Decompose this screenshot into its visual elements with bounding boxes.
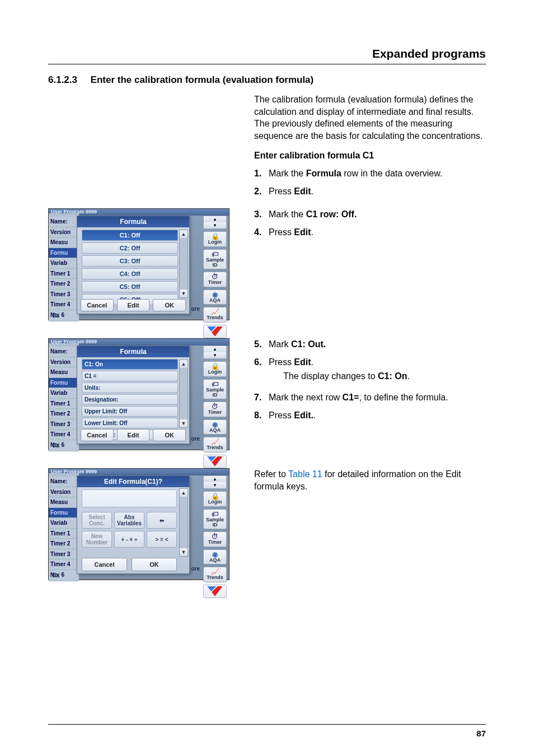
- screenshot-3: User Program 9999 Name: Version Measu Fo…: [48, 468, 229, 580]
- timer-button[interactable]: ⏱Timer: [203, 531, 227, 547]
- trends-button[interactable]: 📈Trends: [203, 437, 227, 452]
- scroll-down-icon[interactable]: ▼: [180, 548, 188, 556]
- formula-c1[interactable]: C1: Off: [82, 230, 178, 241]
- aqa-button[interactable]: ◉AQA: [203, 549, 227, 564]
- sample-id-button[interactable]: 🏷Sample ID: [203, 379, 227, 400]
- side-toolbar: ▲ ▼ 🔒Login 🏷Sample ID ⏱Timer ◉AQA 📈Trend…: [201, 475, 229, 574]
- popup-formula: Formula C1: Off C2: Off C3: Off C4: Off …: [77, 216, 190, 314]
- ok-button[interactable]: OK: [153, 429, 186, 441]
- operators-button[interactable]: + - × ÷: [114, 531, 144, 548]
- new-number-button[interactable]: New Number: [82, 531, 112, 548]
- steps-b: 3. Mark the C1 row: Off. 4. Press Edit.: [254, 208, 486, 238]
- table-11-link[interactable]: Table 11: [288, 469, 322, 479]
- footer-rule: [48, 724, 486, 725]
- formula-c2[interactable]: C2: Off: [82, 242, 178, 254]
- popup-title: Formula: [77, 216, 189, 227]
- popup-scrollbar[interactable]: ▲ ▼: [179, 488, 188, 557]
- bg-rows: Name: Version Measu Formu Variab Timer 1…: [49, 477, 79, 581]
- page-number: 87: [476, 729, 486, 738]
- backspace-button[interactable]: ⬅: [147, 512, 177, 529]
- timer-button[interactable]: ⏱Timer: [203, 272, 227, 287]
- popup-scrollbar[interactable]: ▲ ▼: [179, 360, 188, 428]
- ore-label: ore: [191, 436, 200, 442]
- timer-button[interactable]: ⏱Timer: [203, 402, 227, 417]
- scroll-up-icon[interactable]: ▲: [204, 346, 226, 352]
- row-designation[interactable]: Designation:: [82, 394, 178, 405]
- steps-a: 1. Mark the Formula row in the data over…: [254, 167, 486, 197]
- formula-c3[interactable]: C3: Off: [82, 255, 178, 267]
- ore-label: ore: [191, 566, 200, 572]
- section-heading: 6.1.2.3 Enter the calibration formula (e…: [48, 74, 486, 86]
- trends-button[interactable]: 📈Trends: [203, 307, 227, 322]
- row-units[interactable]: Units:: [82, 382, 178, 393]
- row-c1-eq[interactable]: C1 =: [82, 371, 178, 381]
- cancel-button[interactable]: Cancel: [82, 558, 127, 571]
- steps-c: 5. Mark C1: Out. 6. Press Edit. The disp…: [254, 338, 486, 421]
- scroll-up-icon[interactable]: ▲: [180, 230, 188, 238]
- step-num: 8.: [254, 409, 269, 422]
- scroll-up-icon[interactable]: ▲: [180, 489, 188, 497]
- scroll-down-icon[interactable]: ▼: [180, 290, 188, 297]
- screenshot-1: User Program 9999 Name: Version Measu Fo…: [48, 208, 229, 320]
- step-num: 7.: [254, 391, 269, 404]
- step-num: 1.: [254, 167, 269, 180]
- cancel-button[interactable]: Cancel: [81, 299, 114, 311]
- section-title: Enter the calibration formula (evaluatio…: [91, 74, 314, 85]
- row-upper-limit[interactable]: Upper Limit: Off: [82, 406, 178, 417]
- brand-logo: [203, 325, 227, 338]
- select-conc-button[interactable]: Select Conc.: [82, 512, 112, 529]
- step-num: 2.: [254, 185, 269, 198]
- sub-heading-1: Enter calibration formula C1: [254, 150, 486, 162]
- step-num: 5.: [254, 338, 269, 351]
- bg-rows: Name: Version Measu Formu Variab Timer 1…: [49, 217, 79, 321]
- row-lower-limit[interactable]: Lower Limit: Off: [82, 418, 178, 428]
- login-button[interactable]: 🔒Login: [203, 361, 227, 376]
- cancel-button[interactable]: Cancel: [81, 429, 114, 441]
- ok-button[interactable]: OK: [132, 558, 177, 571]
- edit-button[interactable]: Edit: [117, 429, 150, 441]
- section-num: 6.1.2.3: [48, 74, 77, 85]
- step-body: Mark the Formula row in the data overvie…: [269, 167, 486, 180]
- main-scrollbar[interactable]: ▲ ▼: [203, 475, 227, 489]
- main-scrollbar[interactable]: ▲ ▼: [203, 346, 227, 359]
- intro-para: The calibration formula (evaluation form…: [254, 94, 486, 142]
- edit-button[interactable]: Edit: [117, 299, 150, 311]
- login-button[interactable]: 🔒Login: [203, 231, 227, 246]
- step-body: Press Edit. The display changes to C1: O…: [269, 356, 486, 386]
- abs-variables-button[interactable]: Abs Variables: [114, 512, 144, 529]
- ca-label: Ca: [52, 312, 59, 319]
- row-c1-on[interactable]: C1: On: [82, 359, 178, 370]
- ore-label: ore: [191, 306, 200, 312]
- scroll-up-icon[interactable]: ▲: [180, 360, 188, 368]
- scroll-down-icon[interactable]: ▼: [204, 222, 226, 228]
- step-body: Press Edit.: [269, 226, 486, 239]
- step-body: Press Edit..: [269, 409, 486, 422]
- popup-edit-formula: Edit Formula(C1)? Select Conc. Abs Varia…: [77, 475, 190, 574]
- formula-c4[interactable]: C4: Off: [82, 268, 178, 279]
- step-body: Mark C1: Out.: [269, 338, 486, 351]
- scroll-down-icon[interactable]: ▼: [204, 482, 226, 488]
- popup-scrollbar[interactable]: ▲ ▼: [179, 230, 188, 298]
- scroll-up-icon[interactable]: ▲: [204, 476, 226, 482]
- sample-id-button[interactable]: 🏷Sample ID: [203, 249, 227, 270]
- header-rule: [48, 64, 486, 64]
- scroll-down-icon[interactable]: ▼: [204, 352, 226, 358]
- brand-logo: [203, 455, 227, 468]
- sample-id-button[interactable]: 🏷Sample ID: [203, 509, 227, 530]
- aqa-button[interactable]: ◉AQA: [203, 290, 227, 305]
- trends-button[interactable]: 📈Trends: [203, 567, 227, 582]
- aqa-button[interactable]: ◉AQA: [203, 419, 227, 435]
- step-extra: The display changes to C1: On.: [283, 370, 486, 382]
- popup-title: Edit Formula(C1)?: [77, 476, 189, 487]
- ok-button[interactable]: OK: [153, 299, 186, 311]
- login-button[interactable]: 🔒Login: [203, 491, 227, 506]
- formula-c5[interactable]: C5: Off: [82, 281, 178, 292]
- ca-label: Ca: [52, 572, 59, 578]
- comparison-button[interactable]: > = <: [147, 531, 177, 548]
- scroll-up-icon[interactable]: ▲: [204, 216, 226, 222]
- scroll-down-icon[interactable]: ▼: [180, 419, 188, 427]
- main-scrollbar[interactable]: ▲ ▼: [203, 216, 227, 229]
- refer-para: Refer to Table 11 for detailed informati…: [254, 468, 486, 492]
- step-num: 6.: [254, 356, 269, 386]
- brand-logo: [203, 585, 227, 598]
